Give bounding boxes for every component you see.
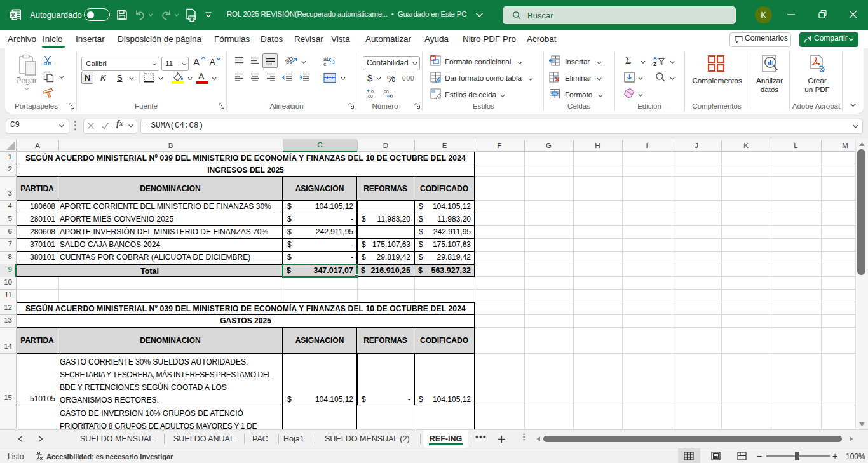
svg-text:,00: ,00 [383,90,389,94]
svg-text:Z: Z [653,61,656,67]
svg-text:X: X [11,11,15,18]
svg-text:c: c [323,61,327,66]
svg-text:0: 0 [371,90,374,94]
svg-text:,00: ,00 [367,94,373,98]
svg-text:0: 0 [390,94,393,98]
